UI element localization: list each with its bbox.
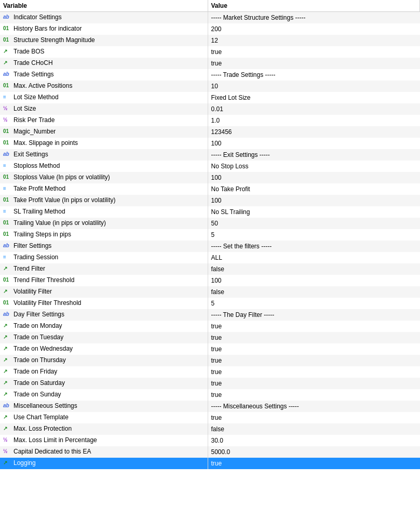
- table-row-variable[interactable]: ↗Trade CHoCH: [0, 58, 208, 69]
- table-row-value[interactable]: 5: [208, 298, 420, 309]
- table-row-value[interactable]: 10: [208, 81, 420, 92]
- table-row-variable[interactable]: ↗Trend Filter: [0, 263, 208, 275]
- table-row-value[interactable]: true: [208, 332, 420, 343]
- table-row-value[interactable]: 5000.0: [208, 446, 420, 458]
- table-row-value[interactable]: No Stop Loss: [208, 161, 420, 172]
- table-row-variable[interactable]: 01Trailing Value (in pips or volatility): [0, 218, 208, 229]
- variable-label: Lot Size: [13, 105, 36, 112]
- table-row-variable[interactable]: ↗Trade on Tuesday: [0, 332, 208, 343]
- icon-lines: ≡: [3, 94, 11, 101]
- table-row-variable[interactable]: abFilter Settings: [0, 241, 208, 252]
- table-row-variable[interactable]: ↗Trade on Friday: [0, 366, 208, 378]
- variable-label: Trade on Tuesday: [13, 334, 63, 341]
- table-row-variable[interactable]: ≡SL Trailing Method: [0, 206, 208, 218]
- table-row-variable[interactable]: ↗Trade on Thursday: [0, 355, 208, 366]
- column-header-value: Value: [208, 0, 420, 12]
- table-row-value[interactable]: 123456: [208, 126, 420, 138]
- table-row-variable[interactable]: ↗Use Chart Template: [0, 412, 208, 423]
- table-row-variable[interactable]: abExit Settings: [0, 149, 208, 161]
- table-row-value[interactable]: ----- Market Structure Settings -----: [208, 12, 420, 23]
- table-row-value[interactable]: false: [208, 286, 420, 298]
- table-row-value[interactable]: ----- Exit Settings -----: [208, 149, 420, 161]
- table-row-variable[interactable]: ½Max. Loss Limit in Percentage: [0, 435, 208, 446]
- variable-label: Volatility Filter: [13, 288, 52, 295]
- table-row-value[interactable]: ----- Set the filters -----: [208, 241, 420, 252]
- table-row-variable[interactable]: ↗Trade on Saturday: [0, 378, 208, 389]
- table-row-variable[interactable]: ½Risk Per Trade: [0, 115, 208, 126]
- table-row-value[interactable]: No Take Profit: [208, 183, 420, 195]
- table-row-value[interactable]: false: [208, 263, 420, 275]
- table-row-value[interactable]: false: [208, 423, 420, 435]
- table-row-value[interactable]: ----- Miscellaneous Settings -----: [208, 401, 420, 412]
- table-row-variable[interactable]: ½Capital Dedicated to this EA: [0, 446, 208, 458]
- table-row-value[interactable]: 100: [208, 172, 420, 183]
- table-row-variable[interactable]: ↗Logging: [0, 458, 208, 469]
- table-row-value[interactable]: 1.0: [208, 115, 420, 126]
- variable-label: Magic_Number: [13, 128, 56, 135]
- variable-label: Trade on Wednesday: [13, 345, 73, 352]
- table-row-variable[interactable]: ½Lot Size: [0, 103, 208, 115]
- table-row-value[interactable]: true: [208, 412, 420, 423]
- table-row-variable[interactable]: abMiscellaneous Settings: [0, 401, 208, 412]
- table-row-variable[interactable]: 01History Bars for indicator: [0, 23, 208, 35]
- table-row-variable[interactable]: abIndicator Settings: [0, 12, 208, 23]
- table-row-variable[interactable]: ↗Trade on Wednesday: [0, 343, 208, 355]
- table-row-variable[interactable]: ↗Trade on Sunday: [0, 389, 208, 401]
- table-row-value[interactable]: 50: [208, 218, 420, 229]
- table-row-variable[interactable]: 01Max. Slippage in points: [0, 138, 208, 149]
- table-row-value[interactable]: true: [208, 366, 420, 378]
- table-row-variable[interactable]: ≡Trading Session: [0, 252, 208, 263]
- icon-01: 01: [3, 37, 11, 44]
- table-row-value[interactable]: 100: [208, 195, 420, 206]
- table-row-variable[interactable]: 01Structure Strength Magnitude: [0, 35, 208, 46]
- variable-label: Trade on Sunday: [13, 391, 61, 398]
- table-row-value[interactable]: ----- The Day Filter -----: [208, 309, 420, 321]
- table-row-value[interactable]: true: [208, 46, 420, 58]
- table-row-value[interactable]: true: [208, 355, 420, 366]
- table-row-value[interactable]: Fixed Lot Size: [208, 92, 420, 103]
- variable-label: Day Filter Settings: [13, 311, 64, 318]
- variable-label: Trade on Saturday: [13, 379, 65, 387]
- table-row-value[interactable]: true: [208, 321, 420, 332]
- table-row-value[interactable]: 30.0: [208, 435, 420, 446]
- table-row-value[interactable]: 200: [208, 23, 420, 35]
- table-row-variable[interactable]: 01Volatility Filter Threshold: [0, 298, 208, 309]
- table-row-variable[interactable]: ↗Trade BOS: [0, 46, 208, 58]
- variable-label: SL Trailing Method: [13, 208, 65, 215]
- table-row-variable[interactable]: 01Trailing Steps in pips: [0, 229, 208, 241]
- table-row-value[interactable]: true: [208, 58, 420, 69]
- table-row-value[interactable]: No SL Trailing: [208, 206, 420, 218]
- table-row-variable[interactable]: ≡Lot Size Method: [0, 92, 208, 103]
- table-row-variable[interactable]: 01Trend Filter Threshold: [0, 275, 208, 286]
- variable-label: Trend Filter Threshold: [13, 276, 74, 284]
- table-row-value[interactable]: true: [208, 343, 420, 355]
- variable-label: Stoploss Method: [13, 162, 60, 169]
- table-row-value[interactable]: 5: [208, 229, 420, 241]
- table-row-variable[interactable]: ↗Max. Loss Protection: [0, 423, 208, 435]
- table-row-value[interactable]: true: [208, 458, 420, 469]
- table-row-value[interactable]: 12: [208, 35, 420, 46]
- table-row-variable[interactable]: ≡Take Profit Method: [0, 183, 208, 195]
- table-row-variable[interactable]: ≡Stoploss Method: [0, 161, 208, 172]
- table-row-variable[interactable]: 01Max. Active Positions: [0, 81, 208, 92]
- table-row-value[interactable]: ALL: [208, 252, 420, 263]
- variable-label: Trade CHoCH: [13, 59, 53, 66]
- icon-01: 01: [3, 300, 11, 307]
- variable-label: Trade BOS: [13, 48, 45, 55]
- icon-lines: ≡: [3, 254, 11, 261]
- table-row-variable[interactable]: abTrade Settings: [0, 69, 208, 81]
- table-row-value[interactable]: ----- Trade Settings -----: [208, 69, 420, 81]
- table-row-value[interactable]: true: [208, 389, 420, 401]
- table-row-variable[interactable]: 01Take Profit Value (In pips or volatili…: [0, 195, 208, 206]
- table-row-value[interactable]: true: [208, 378, 420, 389]
- table-row-variable[interactable]: 01Stoploss Value (In pips or volatility): [0, 172, 208, 183]
- table-row-value[interactable]: 100: [208, 138, 420, 149]
- icon-01: 01: [3, 174, 11, 181]
- table-row-value[interactable]: 0.01: [208, 103, 420, 115]
- table-row-variable[interactable]: ↗Trade on Monday: [0, 321, 208, 332]
- table-row-value[interactable]: 100: [208, 275, 420, 286]
- table-row-variable[interactable]: 01Magic_Number: [0, 126, 208, 138]
- table-row-variable[interactable]: ↗Volatility Filter: [0, 286, 208, 298]
- icon-arrow: ↗: [3, 345, 11, 353]
- table-row-variable[interactable]: abDay Filter Settings: [0, 309, 208, 321]
